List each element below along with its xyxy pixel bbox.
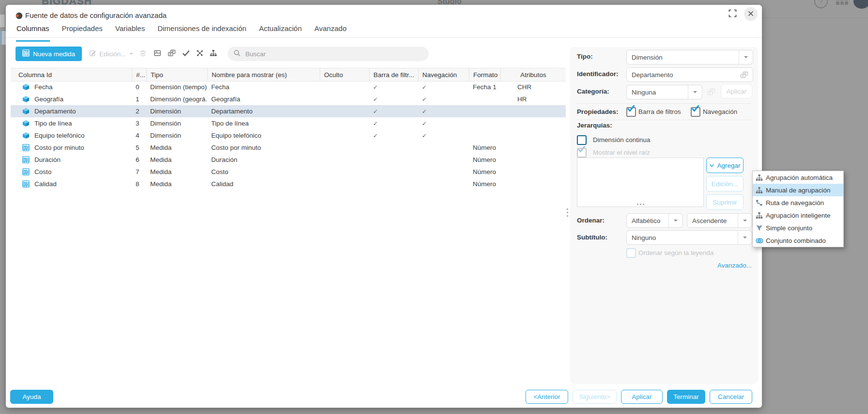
filterbar-checkbox[interactable] xyxy=(626,107,636,117)
panel-card-icon xyxy=(154,49,161,59)
table-row[interactable]: Equipo telefónico4DimensiónEquipo telefó… xyxy=(11,129,566,142)
molecule-icon xyxy=(196,49,203,59)
tab-4[interactable]: Actualización xyxy=(259,24,302,37)
table-row[interactable]: Costo7MedidaCostoNúmero xyxy=(11,166,566,178)
close-button[interactable] xyxy=(744,7,758,21)
background-fragment xyxy=(0,15,5,27)
advanced-link[interactable]: Avanzado... xyxy=(717,262,752,269)
translate-button[interactable] xyxy=(168,49,176,59)
subtitle-select[interactable]: Ninguno xyxy=(626,230,752,245)
menu-item-5[interactable]: Conjunto combinado xyxy=(753,234,843,247)
fullscreen-icon xyxy=(728,9,737,19)
cancel-button[interactable]: Cancelar xyxy=(710,390,752,404)
properties-panel: Tipo: Dimensión Identificador: Departame… xyxy=(570,47,758,384)
chevron-down-icon xyxy=(688,85,702,99)
column-header-1[interactable]: #... xyxy=(132,68,146,81)
column-properties-button[interactable] xyxy=(154,49,161,59)
column-header-4[interactable]: Oculto xyxy=(320,68,369,81)
sort-by-legend-label: Ordenar según la leyenda xyxy=(638,249,713,256)
search-input[interactable] xyxy=(245,50,423,58)
hierarchy-menu: Agrupación automáticaManual de agrupació… xyxy=(752,171,844,247)
table-row[interactable]: Tipo de línea3DimensiónTipo de línea✓✓ xyxy=(11,117,566,129)
table-cell: Departamento xyxy=(207,108,320,115)
validate-button[interactable] xyxy=(182,49,190,58)
identifier-label: Identificador: xyxy=(577,70,619,78)
finish-button[interactable]: Terminar xyxy=(667,390,705,404)
apply-button[interactable]: Aplicar xyxy=(621,390,663,404)
tab-5[interactable]: Avanzado xyxy=(314,24,346,37)
chevron-down-icon xyxy=(739,50,753,64)
table-cell: Dimensión xyxy=(146,132,207,139)
listbox-resize-handle[interactable] xyxy=(577,204,703,205)
table-cell: Calidad xyxy=(11,180,132,188)
chevron-down-icon xyxy=(738,231,752,244)
table-cell: 3 xyxy=(132,120,146,127)
add-hierarchy-button[interactable]: Agregar xyxy=(706,158,744,173)
menu-item-2[interactable]: Ruta de navegación xyxy=(753,196,843,209)
type-select[interactable]: Dimensión xyxy=(626,50,753,64)
hierarchies-listbox[interactable] xyxy=(577,158,704,207)
table-cell: ✓ xyxy=(369,96,418,103)
edit-hierarchy-button[interactable]: Edición... xyxy=(706,176,744,191)
column-header-3[interactable]: Nombre para mostrar (es) xyxy=(207,68,320,81)
tab-3[interactable]: Dimensiones de indexación xyxy=(157,24,246,37)
category-select[interactable]: Ninguna xyxy=(626,85,702,99)
relations-button[interactable] xyxy=(196,49,203,59)
table-row[interactable]: Geografía1Dimensión (geográ...Geografía✓… xyxy=(11,93,566,105)
navigation-checkbox[interactable] xyxy=(691,107,700,117)
table-row[interactable]: Fecha0Dimensión (tiempo)Fecha✓✓Fecha 1CH… xyxy=(11,81,566,93)
identifier-input[interactable]: Departamento xyxy=(626,67,753,82)
next-button[interactable]: Siguiente> xyxy=(573,390,617,404)
screen: BIGDASH Studio ? Fuente de datos de conf… xyxy=(0,0,868,414)
table-cell: Geografía xyxy=(207,96,320,103)
column-header-5[interactable]: Barra de filtr... xyxy=(369,68,418,81)
column-header-7[interactable]: Formato xyxy=(469,68,500,81)
column-header-0[interactable]: Columna Id xyxy=(11,68,132,81)
tab-0[interactable]: Columnas xyxy=(16,24,49,37)
table-header: Columna Id#...TipoNombre para mostrar (e… xyxy=(11,68,566,81)
menu-item-3[interactable]: Agrupación inteligente xyxy=(753,209,843,222)
continuous-dimension-label: Dimensión continua xyxy=(593,136,651,143)
sort-method-select[interactable]: Alfabético xyxy=(626,213,683,228)
edit-menu-button[interactable]: Edición... xyxy=(89,49,133,58)
continuous-dimension-checkbox[interactable] xyxy=(577,135,587,145)
table-cell: ✓ xyxy=(369,132,418,139)
background-header-divider xyxy=(762,17,868,18)
panel-splitter[interactable] xyxy=(567,208,569,217)
dimension-cube-icon xyxy=(22,83,30,91)
sitemap-icon xyxy=(755,187,763,194)
table-cell: Dimensión (geográ... xyxy=(146,96,207,103)
dimension-cube-icon xyxy=(22,132,30,139)
table-cell: Tipo de línea xyxy=(11,120,132,127)
column-header-2[interactable]: Tipo xyxy=(146,68,207,81)
tab-1[interactable]: Propiedades xyxy=(62,24,103,37)
column-header-8[interactable]: Atributos xyxy=(500,68,566,81)
table-row[interactable]: Calidad8MedidaCalidadNúmero xyxy=(11,178,566,190)
help-button[interactable]: Ayuda xyxy=(10,390,53,404)
menu-item-1[interactable]: Manual de agrupación xyxy=(753,184,843,196)
hierarchy-button[interactable] xyxy=(210,49,217,59)
table-cell: Número xyxy=(469,180,500,188)
menu-item-4[interactable]: Simple conjunto xyxy=(753,222,843,234)
sort-order-select[interactable]: Ascendente xyxy=(687,213,752,228)
table-row[interactable]: Departamento2DimensiónDepartamento✓✓ xyxy=(11,105,566,117)
new-measure-button[interactable]: Nueva medida xyxy=(16,47,82,61)
table-cell: HR xyxy=(500,96,566,103)
advanced-datasource-dialog: Fuente de datos de configuración avanzad… xyxy=(6,5,762,408)
table-row[interactable]: Costo por minuto5MedidaCosto por minutoN… xyxy=(11,142,566,154)
table-cell: Duración xyxy=(207,156,320,163)
fullscreen-button[interactable] xyxy=(727,8,738,20)
category-apply-button[interactable]: Aplicar xyxy=(721,84,752,98)
sitemap-icon xyxy=(755,174,763,181)
table-cell: Fecha 1 xyxy=(469,83,500,91)
menu-item-0[interactable]: Agrupación automática xyxy=(753,171,843,184)
delete-button[interactable] xyxy=(140,49,146,59)
delete-hierarchy-button[interactable]: Suprimir xyxy=(706,194,744,210)
table-cell: 7 xyxy=(132,168,146,175)
trash-icon xyxy=(140,49,146,59)
previous-button[interactable]: <Anterior xyxy=(526,390,568,404)
table-row[interactable]: Duración6MedidaDuraciónNúmero xyxy=(11,154,566,166)
column-id-label: Equipo telefónico xyxy=(34,132,85,139)
tab-2[interactable]: Variables xyxy=(115,24,145,37)
column-header-6[interactable]: Navegación xyxy=(418,68,469,81)
